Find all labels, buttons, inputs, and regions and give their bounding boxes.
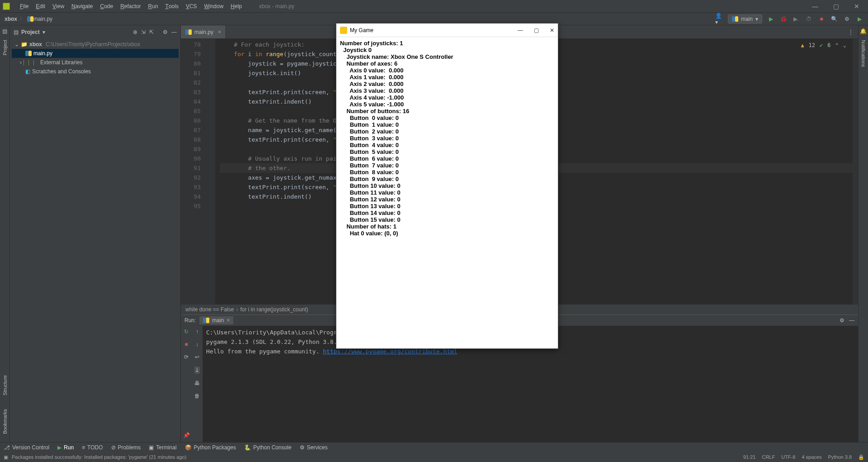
project-tool-icon[interactable]: ▤ [2,28,7,34]
restart-icon[interactable]: ⟳ [184,354,189,360]
run-toolbar-left-2: ↑ ↓ ↩ ⤓ 🖶 🗑 [192,326,203,442]
search-everywhere-button[interactable]: 🔍 [830,15,838,23]
right-tool-stripe: 🔔 Notifications [858,25,868,442]
tool-todo[interactable]: ≡TODO [82,444,103,451]
run-anything-button[interactable]: ▶ [855,15,863,23]
project-view-title[interactable]: Project [21,29,40,35]
close-tab-icon[interactable]: × [218,29,221,35]
pygame-output-line: Button 3 value: 0 [340,135,554,142]
scratches-icon: ◧ [25,68,30,75]
menu-window[interactable]: Window [201,0,227,12]
print-icon[interactable]: 🖶 [194,380,200,386]
editor-error-stripe[interactable] [853,39,858,305]
breadcrumb-file[interactable]: main.py [33,16,52,22]
status-field[interactable]: Python 3.8 [828,454,852,460]
project-tool-label[interactable]: Project [2,40,8,55]
run-configuration-selector[interactable]: main ▾ [728,14,762,24]
stop-icon[interactable]: ■ [184,341,188,348]
scratches-label: Scratches and Consoles [32,68,91,75]
menu-edit[interactable]: Edit [32,0,49,12]
version-control-icon: ⎇ [4,444,10,451]
lock-icon[interactable]: 🔒 [858,454,864,460]
tool-python-console[interactable]: 🐍Python Console [244,444,292,451]
tool-problems[interactable]: ⊘Problems [111,444,141,451]
menu-tools[interactable]: Tools [162,0,182,12]
pygame-output-line: Button 11 value: 0 [340,189,554,196]
pin-icon[interactable]: 📌 [183,432,190,438]
rerun-icon[interactable]: ↻ [184,329,189,335]
status-field[interactable]: 4 spaces [802,454,821,460]
breadcrumb-root[interactable]: xbox [5,16,17,22]
pygame-close-button[interactable]: ✕ [550,27,554,33]
window-minimize-button[interactable]: — [811,2,819,10]
chevron-down-icon[interactable]: ⌄ [843,41,846,50]
menu-run[interactable]: Run [145,0,162,12]
close-icon[interactable]: × [226,317,230,324]
clear-icon[interactable]: 🗑 [194,393,200,399]
editor-tab-main[interactable]: main.py × [181,25,226,38]
breadcrumb-segment[interactable]: while done == False [185,306,234,313]
chevron-down-icon[interactable]: ▾ [42,29,45,35]
pygame-output-line: Number of buttons: 16 [340,108,554,114]
debug-button[interactable]: 🐞 [779,15,788,23]
expand-all-icon[interactable]: ⇲ [141,29,146,35]
down-icon[interactable]: ↓ [196,341,198,348]
coverage-button[interactable]: ▶. [792,15,800,23]
structure-tool-label[interactable]: Structure [2,375,8,395]
menu-file[interactable]: File [16,0,32,12]
locate-icon[interactable]: ⊕ [133,29,137,35]
collapse-all-icon[interactable]: ⇱ [149,29,154,35]
tool-python-packages[interactable]: 📦Python Packages [185,444,236,451]
pygame-output-line: Axis 0 value: 0.000 [340,67,554,74]
settings-icon[interactable]: ⚙ [840,317,844,324]
typo-icon[interactable]: ✔ [820,41,823,50]
python-icon [203,317,209,324]
menu-vcs[interactable]: VCS [182,0,201,12]
pygame-window[interactable]: My Game — ▢ ✕ Number of joysticks: 1 Joy… [336,23,558,349]
user-icon[interactable]: 👤▾ [715,15,723,23]
ide-settings-button[interactable]: ⚙ [843,15,851,23]
scratches-node[interactable]: ◧ Scratches and Consoles [12,67,179,76]
hide-icon[interactable]: — [171,29,177,35]
menu-code[interactable]: Code [96,0,117,12]
tool-run[interactable]: ▶Run [57,444,74,451]
project-file-node[interactable]: main.py [12,49,179,58]
window-close-button[interactable]: ✕ [853,2,861,10]
pygame-icon [340,27,347,34]
menu-view[interactable]: View [49,0,68,12]
tool-terminal[interactable]: ▣Terminal [149,444,176,451]
menu-navigate[interactable]: Navigate [68,0,96,12]
pygame-maximize-button[interactable]: ▢ [534,27,539,33]
settings-icon[interactable]: ⚙ [163,29,168,35]
chevron-up-icon[interactable]: ⌃ [835,41,839,50]
notifications-icon[interactable]: 🔔 [860,28,867,34]
run-tab[interactable]: main × [199,316,233,324]
status-field[interactable]: UTF-8 [781,454,795,460]
tabs-menu-icon[interactable]: ⋮ [848,29,854,35]
pygame-minimize-button[interactable]: — [518,27,523,33]
status-field[interactable]: CRLF [762,454,775,460]
window-maximize-button[interactable]: ▢ [832,2,840,10]
menu-help[interactable]: Help [227,0,245,12]
tool-version-control[interactable]: ⎇Version Control [4,444,49,451]
profile-button[interactable]: ⏱ [805,15,813,23]
scroll-to-end-icon[interactable]: ⤓ [194,367,200,374]
external-libraries-node[interactable]: › ⎸⎸⎸ External Libraries [12,58,179,67]
breadcrumb-segment[interactable]: for i in range(joystick_count) [240,306,308,313]
console-link[interactable]: https://www.pygame.org/contribute.html [323,348,457,355]
up-icon[interactable]: ↑ [196,329,198,335]
pygame-output-line: Number of hats: 1 [340,223,554,230]
pygame-titlebar[interactable]: My Game — ▢ ✕ [336,24,558,37]
warning-icon[interactable]: ▲ [801,41,804,50]
tool-services[interactable]: ⚙Services [300,444,328,451]
soft-wrap-icon[interactable]: ↩ [195,354,199,360]
hide-icon[interactable]: — [849,317,854,324]
project-root-node[interactable]: ⌄ 📁 xbox C:\Users\Triority\PycharmProjec… [12,40,179,49]
status-bar-widgets-icon[interactable]: ▣ [4,454,8,460]
notifications-label[interactable]: Notifications [861,40,866,67]
run-button[interactable]: ▶ [767,15,775,23]
bookmarks-tool-label[interactable]: Bookmarks [2,409,8,434]
menu-refactor[interactable]: Refactor [117,0,144,12]
status-field[interactable]: 91:21 [743,454,756,460]
stop-button[interactable]: ■ [817,15,826,23]
